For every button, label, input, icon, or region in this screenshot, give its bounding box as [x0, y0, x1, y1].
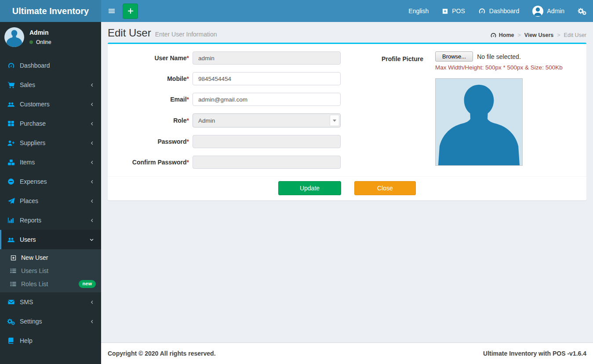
- content-header: Edit User Enter User Information Home > …: [101, 22, 593, 43]
- sidebar-item-settings[interactable]: Settings: [0, 312, 101, 331]
- gauge-icon: [490, 32, 497, 39]
- chevron-left-icon: [90, 299, 95, 305]
- page-title: Edit User Enter User Information: [108, 27, 217, 39]
- chevron-down-icon: [89, 237, 95, 242]
- mobile-field[interactable]: [193, 72, 341, 85]
- users-icon: [7, 236, 15, 244]
- edit-user-form: User Name* Mobile* Email* Role*: [108, 44, 586, 176]
- sidebar-item-reports[interactable]: Reports: [0, 211, 101, 230]
- envelope-icon: [7, 298, 15, 306]
- sidebar-item-users[interactable]: Users: [0, 230, 101, 249]
- sidebar-user-avatar[interactable]: [4, 27, 24, 47]
- gears-icon: [578, 7, 586, 15]
- sidebar-item-help[interactable]: Help: [0, 331, 101, 350]
- nav-language[interactable]: English: [402, 0, 435, 22]
- gauge-icon: [478, 7, 486, 15]
- sidebar-item-dashboard[interactable]: Dashboard: [0, 56, 101, 75]
- browse-button[interactable]: Browse...: [435, 51, 473, 62]
- confirm-password-field[interactable]: [193, 156, 341, 169]
- quick-add-button[interactable]: [123, 4, 138, 19]
- profile-picture-label: Profile Picture: [382, 51, 435, 171]
- required-asterisk: *: [187, 55, 189, 62]
- no-file-text: No file selected.: [477, 53, 521, 60]
- nav-pos[interactable]: POS: [435, 0, 472, 22]
- nav-settings[interactable]: [571, 0, 593, 22]
- sidebar-user-name: Admin: [29, 29, 51, 36]
- sidebar-item-places[interactable]: Places: [0, 191, 101, 211]
- app-logo[interactable]: Ultimate Inventory: [0, 0, 101, 22]
- sidebar-toggle-button[interactable]: [101, 0, 122, 22]
- main-footer: Copyright © 2020 All rights reserved. Ul…: [101, 342, 593, 364]
- online-dot-icon: [29, 40, 33, 44]
- users-icon: [7, 101, 15, 108]
- gears-icon: [7, 318, 15, 325]
- hamburger-icon: [108, 7, 116, 15]
- profile-picture-section: Profile Picture Browse... No file select…: [382, 51, 563, 171]
- password-label: Password*: [108, 138, 189, 145]
- form-left-column: User Name* Mobile* Email* Role*: [108, 51, 341, 171]
- top-header: Ultimate Inventory English POS: [0, 0, 593, 22]
- profile-picture-preview: [435, 78, 523, 166]
- role-select[interactable]: Admin: [193, 113, 341, 127]
- sidebar-item-sales[interactable]: Sales: [0, 75, 101, 95]
- cubes-icon: [7, 159, 15, 166]
- navbar-right: English POS Dashboard Admin: [402, 0, 593, 22]
- breadcrumb-home[interactable]: Home: [490, 32, 514, 39]
- chevron-left-icon: [90, 121, 95, 127]
- plus-icon: [127, 7, 134, 15]
- user-plus-icon: [7, 139, 15, 147]
- edit-user-box-section: User Name* Mobile* Email* Role*: [101, 43, 593, 200]
- sidebar: Admin Online Dashboard Sales Customers: [0, 22, 101, 364]
- sidebar-item-items[interactable]: Items: [0, 153, 101, 172]
- nav-user-menu[interactable]: Admin: [526, 0, 571, 22]
- nav-dashboard[interactable]: Dashboard: [472, 0, 526, 22]
- list-icon: [9, 267, 17, 274]
- plus-square-icon: [442, 8, 448, 15]
- close-button[interactable]: Close: [354, 181, 416, 195]
- role-label: Role*: [108, 117, 189, 124]
- chevron-left-icon: [90, 102, 95, 107]
- sidebar-subitem-users-list[interactable]: Users List: [0, 264, 101, 277]
- navbar: English POS Dashboard Admin: [101, 0, 593, 22]
- required-asterisk: *: [187, 159, 189, 166]
- page-subtitle: Enter User Information: [155, 31, 217, 38]
- email-field[interactable]: [193, 93, 341, 106]
- person-silhouette-icon: [436, 79, 522, 165]
- form-row: Confirm Password*: [108, 156, 341, 169]
- version-text: Ultimate Inventory with POS -v1.6.4: [483, 350, 586, 357]
- sidebar-menu: Dashboard Sales Customers Purchase Suppl…: [0, 56, 101, 350]
- user-avatar-icon: [532, 6, 543, 17]
- sidebar-item-purchase[interactable]: Purchase: [0, 114, 101, 133]
- password-field[interactable]: [193, 135, 341, 148]
- sidebar-item-suppliers[interactable]: Suppliers: [0, 133, 101, 153]
- form-row: User Name*: [108, 51, 341, 65]
- paper-plane-icon: [7, 197, 15, 205]
- form-row: Password*: [108, 135, 341, 148]
- confirm-password-label: Confirm Password*: [108, 159, 189, 166]
- book-icon: [7, 337, 15, 344]
- email-label: Email*: [108, 96, 189, 103]
- chevron-left-icon: [90, 218, 95, 223]
- plus-square-icon: [9, 255, 17, 261]
- sidebar-user-panel: Admin Online: [0, 22, 101, 53]
- required-asterisk: *: [187, 96, 189, 103]
- breadcrumb: Home > View Users > Edit User: [490, 31, 586, 39]
- sidebar-subitem-new-user[interactable]: New User: [0, 251, 101, 264]
- breadcrumb-view-users[interactable]: View Users: [524, 32, 553, 38]
- sidebar-users-submenu: New User Users List Roles List new: [0, 249, 101, 292]
- form-row: Email*: [108, 93, 341, 106]
- content-wrapper: Edit User Enter User Information Home > …: [101, 22, 593, 364]
- update-button[interactable]: Update: [278, 181, 341, 195]
- sidebar-subitem-roles-list[interactable]: Roles List new: [0, 277, 101, 291]
- list-icon: [9, 280, 17, 288]
- sidebar-item-sms[interactable]: SMS: [0, 292, 101, 312]
- chevron-down-icon: [330, 115, 339, 126]
- sidebar-item-expenses[interactable]: Expenses: [0, 172, 101, 191]
- form-row: Role* Admin: [108, 113, 341, 127]
- sidebar-user-status[interactable]: Online: [29, 39, 51, 45]
- bar-chart-icon: [7, 217, 15, 224]
- cart-icon: [7, 81, 15, 89]
- required-asterisk: *: [187, 138, 189, 145]
- user-name-field[interactable]: [193, 51, 341, 65]
- sidebar-item-customers[interactable]: Customers: [0, 95, 101, 114]
